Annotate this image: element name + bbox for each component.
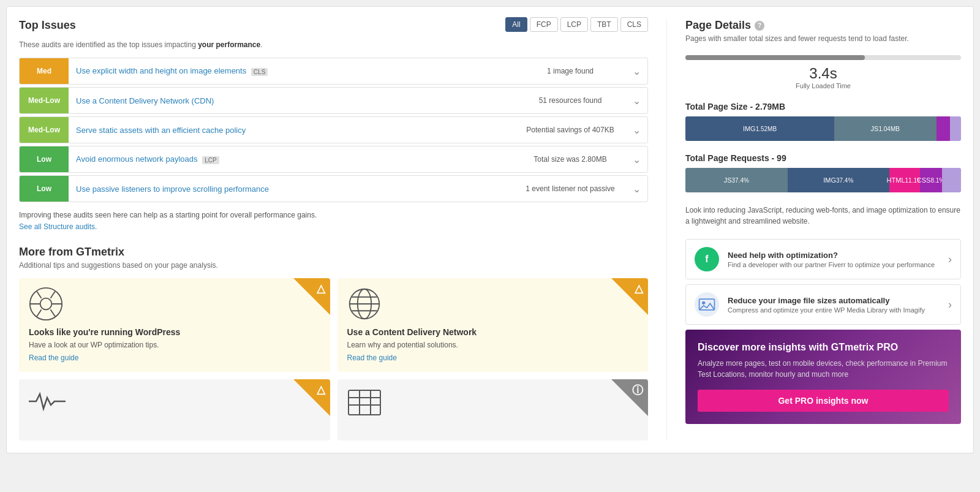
top-issues-subtitle: These audits are identified as the top i… (19, 40, 648, 49)
issue-meta: 1 image found (515, 67, 625, 75)
issue-content: Serve static assets with an efficient ca… (69, 121, 515, 140)
filter-lcp[interactable]: LCP (560, 17, 588, 32)
imagify-card[interactable]: Reduce your image file sizes automatical… (685, 284, 961, 325)
svg-point-19 (702, 301, 705, 305)
warning-icon: △ (635, 282, 643, 295)
more-title: More from GTmetrix (19, 246, 648, 259)
tip-card-desc: Learn why and potential solutions. (347, 341, 639, 349)
issue-meta: Potential savings of 407KB (515, 126, 625, 134)
tip-card-title: Use a Content Delivery Network (347, 327, 639, 337)
issue-tag: CLS (251, 68, 268, 76)
bottom-note: Improving these audits seen here can hel… (19, 211, 648, 219)
img-bar: IMG1.52MB (685, 116, 834, 141)
issue-content: Use a Content Delivery Network (CDN) (69, 91, 515, 110)
svg-line-5 (50, 309, 55, 316)
img-req-bar: IMG37.4% (788, 168, 890, 192)
wordpress-icon (29, 287, 63, 321)
issue-link[interactable]: Use a Content Delivery Network (CDN) (76, 96, 214, 105)
tip-card-desc: Have a look at our WP optimization tips. (29, 341, 320, 349)
warning-icon: △ (317, 282, 325, 295)
issue-link[interactable]: Serve static assets with an efficient ca… (76, 126, 246, 135)
issue-badge-med-low: Med-Low (20, 88, 69, 113)
load-time-label: Fully Loaded Time (685, 82, 961, 89)
issue-content: Avoid enormous network payloads LCP (69, 149, 515, 168)
load-time-section: 3.4s Fully Loaded Time (685, 55, 961, 89)
issue-content: Use explicit width and height on image e… (69, 61, 515, 80)
help-icon[interactable]: ? (755, 21, 764, 31)
issue-meta: 51 resources found (515, 96, 625, 105)
tip-card-content: Use a Content Delivery Network Learn why… (337, 278, 649, 372)
issue-link[interactable]: Use explicit width and height on image e… (76, 66, 246, 75)
issue-link[interactable]: Use passive listeners to improve scrolli… (76, 184, 269, 194)
issue-content: Use passive listeners to improve scrolli… (69, 180, 515, 199)
js-bar: JS1.04MB (834, 116, 937, 141)
warning-corner: △ (293, 278, 330, 315)
filter-buttons: All FCP LCP TBT CLS (505, 17, 648, 32)
css-bar (937, 116, 951, 141)
info-corner: ⓘ (611, 379, 648, 416)
issue-row: Med-Low Use a Content Delivery Network (… (19, 87, 648, 114)
issue-link[interactable]: Avoid enormous network payloads (76, 154, 198, 164)
fiverr-chevron: › (948, 253, 952, 266)
fiverr-icon: f (695, 247, 719, 271)
filter-fcp[interactable]: FCP (530, 17, 558, 32)
issue-chevron[interactable]: ⌄ (625, 183, 647, 195)
filter-all[interactable]: All (505, 17, 527, 32)
load-time-value: 3.4s (685, 65, 961, 82)
partner-text: Reduce your image file sizes automatical… (728, 296, 948, 314)
issue-chevron[interactable]: ⌄ (625, 66, 647, 77)
other-req-bar (942, 168, 962, 192)
issue-badge-med-low: Med-Low (20, 117, 69, 143)
total-size-bar: IMG1.52MB JS1.04MB (685, 116, 961, 141)
filter-tbt[interactable]: TBT (590, 17, 618, 32)
partner-cards: f Need help with optimization? Find a de… (685, 239, 961, 325)
imagify-title: Reduce your image file sizes automatical… (728, 296, 948, 305)
tip-card-wordpress: △ (19, 278, 330, 372)
issue-chevron[interactable]: ⌄ (625, 124, 647, 136)
tip-card-content (337, 379, 649, 428)
total-requests-title: Total Page Requests - 99 (685, 153, 961, 163)
total-requests-bar: JS37.4% IMG37.4% HTML11.1% CSS8.1% (685, 168, 961, 192)
issue-badge-low: Low (20, 176, 69, 202)
issue-badge-low: Low (20, 146, 69, 172)
fiverr-card[interactable]: f Need help with optimization? Find a de… (685, 239, 961, 279)
tip-card-link[interactable]: Read the guide (29, 354, 78, 362)
svg-point-1 (40, 298, 52, 310)
top-issues-section: Top Issues All FCP LCP TBT CLS These aud… (19, 19, 648, 231)
load-time-bar-fill (685, 55, 865, 60)
pro-banner: Discover more insights with GTmetrix PRO… (685, 330, 961, 424)
issue-meta: Total size was 2.80MB (515, 155, 625, 164)
imagify-icon (695, 292, 719, 317)
tip-cards-bottom: △ ⓘ (19, 379, 648, 441)
pro-banner-title: Discover more insights with GTmetrix PRO (698, 342, 949, 353)
tip-card-table: ⓘ (337, 379, 649, 441)
fiverr-title: Need help with optimization? (728, 251, 948, 260)
other-bar (950, 116, 961, 141)
css-req-bar: CSS8.1% (920, 168, 942, 192)
issue-chevron[interactable]: ⌄ (625, 154, 647, 165)
see-all-audits-link[interactable]: See all Structure audits. (19, 222, 97, 231)
fiverr-desc: Find a developer with our partner Fiverr… (728, 261, 948, 268)
filter-cls[interactable]: CLS (620, 17, 648, 32)
svg-line-2 (37, 291, 41, 298)
info-icon: ⓘ (632, 383, 643, 398)
pulse-icon (29, 389, 320, 415)
total-requests-section: Total Page Requests - 99 JS37.4% IMG37.4… (685, 153, 961, 192)
warning-icon: △ (317, 383, 325, 396)
issues-list: Med Use explicit width and height on ima… (19, 58, 648, 202)
more-section: More from GTmetrix Additional tips and s… (19, 246, 648, 441)
load-time-bar (685, 55, 961, 60)
issue-chevron[interactable]: ⌄ (625, 95, 647, 107)
page-details-header: Page Details ? (685, 19, 961, 32)
imagify-desc: Compress and optimize your entire WP Med… (728, 306, 948, 314)
issue-badge-med: Med (20, 58, 69, 84)
pro-cta-button[interactable]: Get PRO insights now (698, 390, 949, 412)
issue-row: Low Avoid enormous network payloads LCP … (19, 146, 648, 173)
total-size-section: Total Page Size - 2.79MB IMG1.52MB JS1.0… (685, 102, 961, 141)
js-req-bar: JS37.4% (685, 168, 788, 192)
svg-line-3 (50, 291, 55, 298)
tip-card-link[interactable]: Read the guide (347, 354, 397, 362)
warning-corner: △ (293, 379, 330, 416)
warning-corner: △ (611, 278, 648, 315)
svg-line-4 (37, 309, 41, 316)
